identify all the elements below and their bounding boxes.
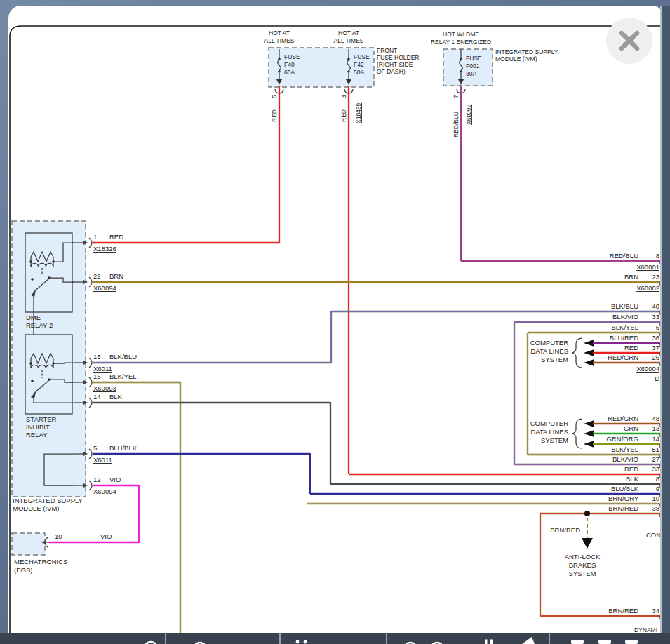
fuse-amps: 60A (284, 69, 295, 76)
toolbar-button-2[interactable] (166, 633, 281, 644)
hot-label: ALL TIMES (334, 37, 364, 44)
front-fuse-holder: HOT AT ALL TIMES HOT AT ALL TIMES FUSE F… (264, 29, 420, 123)
pin-number: 15 (93, 373, 101, 380)
relay-caption: RELAY (26, 431, 48, 438)
wire-name-label: RED/BLU (610, 252, 638, 260)
system-label: SYSTEM (541, 356, 568, 363)
close-button[interactable] (606, 18, 652, 64)
module-caption: (EGS) (14, 566, 32, 574)
fuse-label: FUSE (354, 53, 370, 60)
ivm-fuse-box: HOT W/ DME RELAY 1 ENERGIZED FUSE F001 3… (431, 31, 558, 137)
wire-name-label: BLK/VIO (612, 455, 638, 463)
relay-caption: RELAY 2 (26, 321, 53, 329)
connector-label: X6011 (93, 365, 112, 373)
pin-number: 12 (93, 476, 101, 483)
wire-row: BLK/BLU 40 (331, 302, 660, 315)
connector-label: X60093 (93, 384, 116, 392)
toolbar-button-1[interactable] (0, 633, 166, 644)
wire-name-label: BLK (626, 475, 639, 483)
abs-branch: BRN/RED ANTI-LOCK BRAKES SYSTEM (550, 511, 601, 577)
right-frame-strip (660, 6, 670, 633)
feed-wire: RED/BLU (453, 112, 460, 137)
fuse-label: FUSE (466, 55, 482, 62)
feed-wire: RED (340, 109, 347, 122)
hot-label: HOT AT (269, 29, 290, 36)
fuse-id: F001 (466, 62, 480, 69)
mechatronics-module: 10 VIO MECHATRONICS (EGS) (12, 532, 112, 574)
wire-blk-feed (93, 403, 330, 484)
wire-row: RED/GRN 26 X60004 (584, 354, 660, 373)
connector-label: X6011 (93, 456, 112, 464)
wire-pin-label: 40 (652, 302, 659, 310)
wire-name-label: GRN/ORG (607, 435, 638, 443)
system-label: SYSTEM (568, 570, 596, 577)
wire-row: BRN 23 X60002 (93, 273, 660, 292)
wiring-diagram-viewer: HOT AT ALL TIMES HOT AT ALL TIMES FUSE F… (0, 0, 670, 644)
feed-pin: 3 (340, 95, 347, 98)
ivm-module: DME RELAY 2 STARTER INHIBIT RELAY INTEGR… (12, 221, 92, 512)
wire-blk-yel-feed (93, 382, 180, 638)
cut-text-dynami: DYNAMI (634, 626, 657, 633)
hot-label: HOT W/ DME (443, 31, 479, 38)
module-caption: MODULE (IVM) (13, 504, 60, 512)
wire-name-label: BRN/RED (550, 526, 580, 534)
computer-data-lines-2: COMPUTER DATA LINES SYSTEM (530, 419, 582, 448)
relay-caption: STARTER (26, 415, 57, 423)
toolbar-button-3[interactable] (281, 633, 387, 644)
toolbar-button-5[interactable] (550, 633, 670, 644)
connector-label: X60001 (636, 263, 659, 271)
system-label: DATA LINES (531, 428, 569, 436)
hot-label: HOT AT (338, 29, 359, 36)
hot-label: RELAY 1 ENERGIZED (431, 39, 491, 46)
wire-name-label: BLK/BLU (611, 302, 638, 310)
module-caption: MECHATRONICS (14, 558, 67, 565)
wire-pin-label: 10 (652, 495, 659, 502)
wire-blu-blk-feed (93, 454, 310, 494)
connector-label: X60002 (636, 284, 659, 292)
bottom-toolbar (0, 633, 670, 644)
wire-name-label: VIO (109, 476, 121, 483)
pin-number: 1 (93, 233, 97, 241)
pin-number: 10 (55, 532, 62, 540)
wire-name-label: RED (624, 344, 638, 351)
system-label: ANTI-LOCK (565, 553, 601, 561)
wire-name-label: GRN (624, 424, 638, 432)
wire-row: BRN/RED 34 (540, 607, 660, 619)
pin-number: 22 (93, 272, 101, 280)
fuse-label: FUSE (284, 53, 300, 60)
toolbar-button-4[interactable] (387, 633, 550, 644)
wire-pin-label: 26 (652, 354, 659, 361)
system-label: COMPUTER (530, 339, 569, 347)
hot-label: ALL TIMES (264, 37, 295, 44)
wire-pin-label: 9 (656, 485, 659, 492)
wire-name-label: BLU/BLK (611, 485, 639, 492)
wire-row: RED 33 (349, 465, 660, 478)
wire-red-f40 (93, 86, 279, 243)
wire-pin-label: 8 (656, 475, 659, 483)
ivm-caption: MODULE (IVM) (495, 55, 537, 62)
system-label: DATA LINES (531, 347, 569, 355)
fuse-amps: 50A (354, 69, 364, 76)
wire-name-label: BLK/YEL (109, 373, 137, 380)
wire-name-label: BRN (109, 272, 123, 280)
connector-label: X60092 (465, 104, 472, 125)
pin-number: 15 (93, 353, 101, 361)
wire-name-label: BLU/RED (610, 334, 638, 342)
wire-pin-label: 23 (652, 273, 659, 281)
close-icon (615, 27, 643, 55)
connector-label: X60004 (636, 365, 659, 373)
wiring-diagram: HOT AT ALL TIMES HOT AT ALL TIMES FUSE F… (0, 0, 670, 644)
wire-pin-label: 8 (656, 252, 659, 260)
wire-name-label: BRN (624, 273, 638, 281)
wire-name-label: BRN/GRY (608, 495, 639, 502)
wire-name-label: BLK/VIO (612, 313, 638, 321)
wire-row: BLU/RED 36 (584, 334, 660, 347)
holder-caption: (RIGHT SIDE (377, 61, 413, 68)
module-caption: INTEGRATED SUPPLY (13, 497, 83, 504)
wire-pin-label: 27 (652, 455, 659, 463)
feed-pin: 5 (271, 95, 278, 98)
wire-pin-label: 34 (652, 607, 659, 615)
connector-label: X60094 (93, 284, 116, 292)
holder-caption: OF DASH) (377, 68, 406, 75)
holder-caption: FUSE HOLDER (377, 54, 419, 61)
